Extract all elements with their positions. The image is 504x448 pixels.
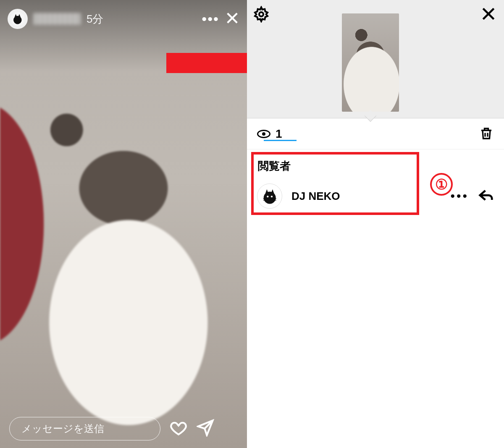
- reply-input[interactable]: メッセージを送信: [9, 417, 160, 440]
- svg-point-4: [263, 191, 276, 204]
- viewer-row[interactable]: DJ NEKO •••: [257, 181, 494, 211]
- views-tab[interactable]: 1: [257, 127, 282, 141]
- active-tab-indicator: [264, 140, 297, 141]
- viewer-avatar[interactable]: [257, 183, 282, 209]
- eye-icon: [362, 102, 372, 107]
- reply-placeholder: メッセージを送信: [21, 422, 104, 435]
- cat-avatar-icon: [10, 12, 25, 26]
- story-author-name-redacted: [34, 13, 81, 25]
- story-thumbnail[interactable]: 1: [342, 13, 399, 112]
- svg-point-6: [271, 196, 273, 197]
- reply-icon[interactable]: [478, 187, 494, 205]
- thumbnail-view-count: 1: [342, 100, 399, 109]
- viewer-name: DJ NEKO: [291, 190, 340, 203]
- more-icon[interactable]: •••: [202, 11, 219, 27]
- view-count: 1: [276, 127, 282, 141]
- close-icon[interactable]: [225, 11, 239, 27]
- delete-icon[interactable]: [479, 126, 494, 143]
- tabs-row: 1: [247, 118, 504, 149]
- story-author-avatar[interactable]: [8, 9, 28, 29]
- viewers-heading: 閲覧者: [258, 159, 494, 173]
- svg-point-1: [13, 16, 22, 24]
- svg-point-2: [259, 12, 263, 16]
- story-header: 5分 •••: [0, 4, 247, 34]
- viewers-panel: 1 1 ① 閲覧者: [247, 0, 504, 448]
- more-icon[interactable]: •••: [450, 189, 469, 203]
- settings-icon[interactable]: [253, 6, 270, 24]
- like-icon[interactable]: [170, 419, 187, 438]
- story-footer: メッセージを送信: [0, 417, 247, 440]
- cat-avatar-icon: [260, 186, 279, 206]
- story-timestamp: 5分: [87, 12, 103, 26]
- share-icon[interactable]: [197, 419, 214, 438]
- close-icon[interactable]: [480, 6, 496, 24]
- eye-icon: [257, 130, 270, 138]
- svg-point-5: [267, 196, 268, 197]
